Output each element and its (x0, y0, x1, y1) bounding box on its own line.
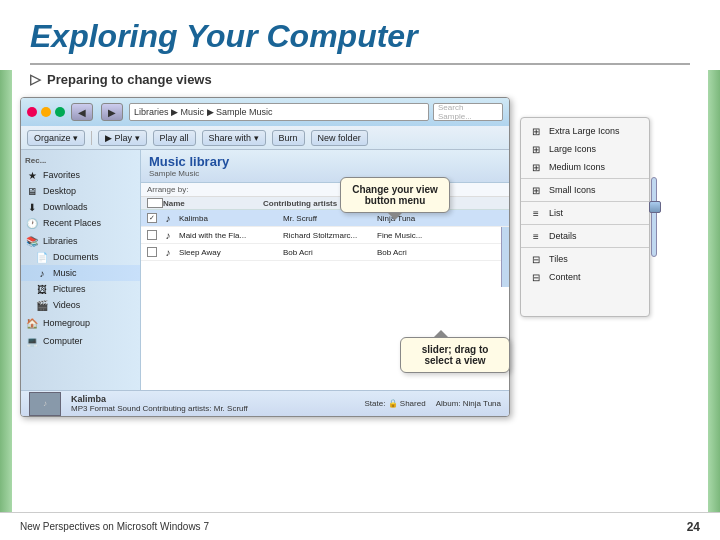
scroll-indicator[interactable] (501, 227, 509, 287)
file-row-sleep[interactable]: ♪ Sleep Away Bob Acri Bob Acri (141, 244, 509, 261)
page-number: 24 (687, 520, 700, 534)
close-btn[interactable] (27, 107, 37, 117)
arrange-bar: Arrange by: (141, 183, 509, 197)
kalimba-name: Kalimba (179, 214, 279, 223)
nav-label-homegroup: Homegroup (43, 318, 90, 328)
nav-item-documents[interactable]: 📄 Documents (21, 249, 140, 265)
nav-label-libraries: Libraries (43, 236, 78, 246)
address-bar[interactable]: Libraries ▶ Music ▶ Sample Music (129, 103, 429, 121)
nav-item-libraries[interactable]: 📚 Libraries (21, 233, 140, 249)
status-right: State: 🔒 Shared Album: Ninja Tuna (364, 399, 501, 408)
footer-left-text: New Perspectives on Microsoft Windows 7 (20, 521, 209, 532)
callout-view-menu: Change your view button menu (340, 177, 450, 213)
footer: New Perspectives on Microsoft Windows 7 … (0, 512, 720, 540)
subtitle-bar: ▷ Preparing to change views (0, 65, 720, 93)
view-tiles-label: Tiles (549, 254, 568, 264)
sleep-album: Bob Acri (377, 248, 503, 257)
callout-slider: slider; drag to select a view (400, 337, 510, 373)
view-divider-3 (521, 224, 649, 225)
select-all-checkbox[interactable] (147, 198, 163, 208)
slide: Exploring Your Computer ▷ Preparing to c… (0, 0, 720, 540)
new-folder-button[interactable]: New folder (311, 130, 368, 146)
view-divider-2 (521, 201, 649, 202)
music-library-sub: Sample Music (149, 169, 501, 178)
sleep-name: Sleep Away (179, 248, 279, 257)
homegroup-icon: 🏠 (25, 317, 39, 329)
videos-icon: 🎬 (35, 299, 49, 311)
nav-section-libraries: 📚 Libraries 📄 Documents ♪ Music (21, 233, 140, 313)
view-small-label: Small Icons (549, 185, 596, 195)
view-medium-label: Medium Icons (549, 162, 605, 172)
file-row-kalimba[interactable]: ✓ ♪ Kalimba Mr. Scruff Ninja Tuna (141, 210, 509, 227)
file-row-maid[interactable]: ♪ Maid with the Fla... Richard Stoltzmar… (141, 227, 509, 244)
status-kalimba-meta: MP3 Format Sound Contributing artists: M… (71, 404, 248, 413)
kalimba-artist: Mr. Scruff (283, 214, 373, 223)
arrange-label: Arrange by: (147, 185, 188, 194)
view-extra-large[interactable]: ⊞ Extra Large Icons (521, 122, 649, 140)
view-large[interactable]: ⊞ Large Icons (521, 140, 649, 158)
nav-label-downloads: Downloads (43, 202, 88, 212)
sleep-icon: ♪ (161, 246, 175, 258)
min-btn[interactable] (41, 107, 51, 117)
nav-item-computer[interactable]: 💻 Computer (21, 333, 140, 349)
view-list-label: List (549, 208, 563, 218)
organize-button[interactable]: Organize ▾ (27, 130, 85, 146)
forward-button[interactable]: ▶ (101, 103, 123, 121)
nav-item-homegroup[interactable]: 🏠 Homegroup (21, 315, 140, 331)
nav-item-pictures[interactable]: 🖼 Pictures (21, 281, 140, 297)
nav-item-music[interactable]: ♪ Music (21, 265, 140, 281)
nav-item-desktop[interactable]: 🖥 Desktop (21, 183, 140, 199)
view-divider-4 (521, 247, 649, 248)
explorer-wrapper: ◀ ▶ Libraries ▶ Music ▶ Sample Music Sea… (20, 97, 510, 417)
downloads-icon: ⬇ (25, 201, 39, 213)
play-all-button[interactable]: Play all (153, 130, 196, 146)
kalimba-checkbox[interactable]: ✓ (147, 213, 157, 223)
column-name[interactable]: Name (163, 199, 263, 208)
nav-item-downloads[interactable]: ⬇ Downloads (21, 199, 140, 215)
status-state: State: 🔒 Shared (364, 399, 425, 408)
search-bar[interactable]: Search Sample... (433, 103, 503, 121)
recent-places-icon: 🕐 (25, 217, 39, 229)
view-content-label: Content (549, 272, 581, 282)
maid-album: Fine Music... (377, 231, 503, 240)
nav-label-pictures: Pictures (53, 284, 86, 294)
nav-header-favorites: Rec... (21, 154, 140, 167)
view-slider[interactable] (651, 177, 657, 257)
content-area: ◀ ▶ Libraries ▶ Music ▶ Sample Music Sea… (0, 97, 720, 417)
status-info: Kalimba MP3 Format Sound Contributing ar… (71, 394, 248, 413)
back-button[interactable]: ◀ (71, 103, 93, 121)
nav-label-favorites: Favorites (43, 170, 80, 180)
view-details[interactable]: ≡ Details (521, 227, 649, 245)
sleep-artist: Bob Acri (283, 248, 373, 257)
play-button[interactable]: ▶ Play ▾ (98, 130, 147, 146)
view-details-label: Details (549, 231, 577, 241)
burn-button[interactable]: Burn (272, 130, 305, 146)
nav-item-recent-places[interactable]: 🕐 Recent Places (21, 215, 140, 231)
nav-label-desktop: Desktop (43, 186, 76, 196)
view-options-panel: ⊞ Extra Large Icons ⊞ Large Icons ⊞ Medi… (520, 117, 650, 317)
explorer-titlebar: ◀ ▶ Libraries ▶ Music ▶ Sample Music Sea… (21, 98, 509, 126)
nav-item-favorites[interactable]: ★ Favorites (21, 167, 140, 183)
maid-artist: Richard Stoltzmarc... (283, 231, 373, 240)
navigation-pane: Rec... ★ Favorites 🖥 Desktop ⬇ (21, 150, 141, 390)
view-large-label: Large Icons (549, 144, 596, 154)
share-with-button[interactable]: Share with ▾ (202, 130, 266, 146)
nav-item-videos[interactable]: 🎬 Videos (21, 297, 140, 313)
view-extra-large-label: Extra Large Icons (549, 126, 620, 136)
sleep-checkbox[interactable] (147, 247, 157, 257)
view-small[interactable]: ⊞ Small Icons (521, 181, 649, 199)
maid-checkbox[interactable] (147, 230, 157, 240)
documents-icon: 📄 (35, 251, 49, 263)
nav-section-computer: 💻 Computer (21, 333, 140, 349)
subtitle-text: Preparing to change views (47, 72, 212, 87)
view-tiles[interactable]: ⊟ Tiles (521, 250, 649, 268)
content-icon: ⊟ (529, 271, 543, 283)
view-slider-thumb[interactable] (649, 201, 661, 213)
view-content[interactable]: ⊟ Content (521, 268, 649, 286)
max-btn[interactable] (55, 107, 65, 117)
nav-section-favorites: Rec... ★ Favorites 🖥 Desktop ⬇ (21, 154, 140, 231)
view-medium[interactable]: ⊞ Medium Icons (521, 158, 649, 176)
slide-title: Exploring Your Computer (0, 0, 720, 63)
toolbar-sep-1 (91, 131, 92, 145)
view-list[interactable]: ≡ List (521, 204, 649, 222)
